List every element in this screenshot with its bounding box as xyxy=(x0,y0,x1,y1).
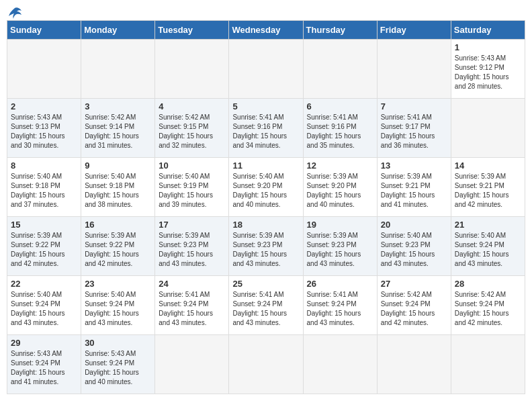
day-number: 15 xyxy=(11,220,77,230)
day-info: Sunrise: 5:43 AMSunset: 9:13 PMDaylight:… xyxy=(11,113,77,150)
day-number: 11 xyxy=(232,161,299,171)
day-number: 22 xyxy=(11,279,77,289)
calendar-cell: 17Sunrise: 5:39 AMSunset: 9:23 PMDayligh… xyxy=(155,217,229,276)
day-info: Sunrise: 5:39 AMSunset: 9:23 PMDaylight:… xyxy=(307,231,373,269)
day-number: 13 xyxy=(381,161,447,171)
calendar-week-row: 8Sunrise: 5:40 AMSunset: 9:18 PMDaylight… xyxy=(7,158,525,217)
calendar-cell xyxy=(155,40,229,99)
calendar-cell: 8Sunrise: 5:40 AMSunset: 9:18 PMDaylight… xyxy=(7,158,81,217)
calendar-cell xyxy=(155,335,229,394)
day-info: Sunrise: 5:42 AMSunset: 9:14 PMDaylight:… xyxy=(85,113,151,150)
header-friday: Friday xyxy=(377,21,451,40)
calendar-cell: 6Sunrise: 5:41 AMSunset: 9:16 PMDaylight… xyxy=(303,99,377,158)
calendar-cell: 30Sunrise: 5:43 AMSunset: 9:24 PMDayligh… xyxy=(81,335,155,394)
day-info: Sunrise: 5:43 AMSunset: 9:24 PMDaylight:… xyxy=(85,349,151,387)
day-number: 19 xyxy=(307,220,373,230)
calendar-table: SundayMondayTuesdayWednesdayThursdayFrid… xyxy=(7,20,525,394)
day-number: 28 xyxy=(455,279,521,289)
day-number: 18 xyxy=(232,220,299,230)
calendar-cell xyxy=(81,40,155,99)
day-number: 17 xyxy=(159,220,225,230)
calendar-cell: 25Sunrise: 5:41 AMSunset: 9:24 PMDayligh… xyxy=(229,276,303,335)
calendar-cell: 7Sunrise: 5:41 AMSunset: 9:17 PMDaylight… xyxy=(377,99,451,158)
calendar-cell: 16Sunrise: 5:39 AMSunset: 9:22 PMDayligh… xyxy=(81,217,155,276)
day-number: 16 xyxy=(85,220,151,230)
day-info: Sunrise: 5:40 AMSunset: 9:24 PMDaylight:… xyxy=(85,290,151,328)
calendar-cell: 14Sunrise: 5:39 AMSunset: 9:21 PMDayligh… xyxy=(451,158,525,217)
calendar-week-row: 1Sunrise: 5:43 AMSunset: 9:12 PMDaylight… xyxy=(7,40,525,99)
calendar-cell xyxy=(7,40,81,99)
day-info: Sunrise: 5:40 AMSunset: 9:24 PMDaylight:… xyxy=(455,231,521,269)
calendar-cell xyxy=(377,335,451,394)
header-wednesday: Wednesday xyxy=(229,21,303,40)
day-number: 4 xyxy=(159,101,225,111)
day-info: Sunrise: 5:42 AMSunset: 9:24 PMDaylight:… xyxy=(455,290,521,328)
day-number: 3 xyxy=(85,101,151,111)
day-info: Sunrise: 5:39 AMSunset: 9:20 PMDaylight:… xyxy=(307,172,373,210)
day-number: 5 xyxy=(232,101,299,111)
day-number: 20 xyxy=(381,220,447,230)
calendar-week-row: 29Sunrise: 5:43 AMSunset: 9:24 PMDayligh… xyxy=(7,335,525,394)
page-header xyxy=(7,7,525,16)
day-info: Sunrise: 5:40 AMSunset: 9:23 PMDaylight:… xyxy=(381,231,447,269)
header-saturday: Saturday xyxy=(451,21,525,40)
day-number: 21 xyxy=(455,220,521,230)
day-info: Sunrise: 5:39 AMSunset: 9:21 PMDaylight:… xyxy=(381,172,447,210)
day-info: Sunrise: 5:40 AMSunset: 9:19 PMDaylight:… xyxy=(159,172,225,210)
calendar-cell: 27Sunrise: 5:42 AMSunset: 9:24 PMDayligh… xyxy=(377,276,451,335)
calendar-cell: 11Sunrise: 5:40 AMSunset: 9:20 PMDayligh… xyxy=(229,158,303,217)
day-info: Sunrise: 5:41 AMSunset: 9:16 PMDaylight:… xyxy=(307,113,373,150)
calendar-cell: 4Sunrise: 5:42 AMSunset: 9:15 PMDaylight… xyxy=(155,99,229,158)
day-info: Sunrise: 5:43 AMSunset: 9:24 PMDaylight:… xyxy=(11,349,77,387)
calendar-cell: 20Sunrise: 5:40 AMSunset: 9:23 PMDayligh… xyxy=(377,217,451,276)
day-info: Sunrise: 5:39 AMSunset: 9:23 PMDaylight:… xyxy=(159,231,225,269)
day-info: Sunrise: 5:41 AMSunset: 9:24 PMDaylight:… xyxy=(159,290,225,328)
day-info: Sunrise: 5:39 AMSunset: 9:22 PMDaylight:… xyxy=(85,231,151,269)
day-info: Sunrise: 5:40 AMSunset: 9:18 PMDaylight:… xyxy=(85,172,151,210)
day-number: 6 xyxy=(307,101,373,111)
calendar-cell: 3Sunrise: 5:42 AMSunset: 9:14 PMDaylight… xyxy=(81,99,155,158)
day-number: 10 xyxy=(159,161,225,171)
day-info: Sunrise: 5:42 AMSunset: 9:24 PMDaylight:… xyxy=(381,290,447,328)
calendar-cell: 28Sunrise: 5:42 AMSunset: 9:24 PMDayligh… xyxy=(451,276,525,335)
day-info: Sunrise: 5:41 AMSunset: 9:17 PMDaylight:… xyxy=(381,113,447,150)
calendar-cell: 5Sunrise: 5:41 AMSunset: 9:16 PMDaylight… xyxy=(229,99,303,158)
day-info: Sunrise: 5:41 AMSunset: 9:24 PMDaylight:… xyxy=(232,290,299,328)
logo-bird-icon xyxy=(8,7,23,19)
header-thursday: Thursday xyxy=(303,21,377,40)
calendar-cell: 24Sunrise: 5:41 AMSunset: 9:24 PMDayligh… xyxy=(155,276,229,335)
calendar-cell: 26Sunrise: 5:41 AMSunset: 9:24 PMDayligh… xyxy=(303,276,377,335)
day-info: Sunrise: 5:40 AMSunset: 9:20 PMDaylight:… xyxy=(232,172,299,210)
day-number: 14 xyxy=(455,161,521,171)
calendar-cell: 29Sunrise: 5:43 AMSunset: 9:24 PMDayligh… xyxy=(7,335,81,394)
calendar-cell: 9Sunrise: 5:40 AMSunset: 9:18 PMDaylight… xyxy=(81,158,155,217)
day-number: 8 xyxy=(11,161,77,171)
day-number: 26 xyxy=(307,279,373,289)
day-info: Sunrise: 5:41 AMSunset: 9:16 PMDaylight:… xyxy=(232,113,299,150)
day-info: Sunrise: 5:40 AMSunset: 9:24 PMDaylight:… xyxy=(11,290,77,328)
header-tuesday: Tuesday xyxy=(155,21,229,40)
calendar-cell: 1Sunrise: 5:43 AMSunset: 9:12 PMDaylight… xyxy=(451,40,525,99)
day-number: 2 xyxy=(11,101,77,111)
day-info: Sunrise: 5:39 AMSunset: 9:21 PMDaylight:… xyxy=(455,172,521,210)
calendar-cell xyxy=(229,335,303,394)
calendar-cell-empty xyxy=(451,99,525,158)
day-number: 30 xyxy=(85,338,151,348)
calendar-cell: 2Sunrise: 5:43 AMSunset: 9:13 PMDaylight… xyxy=(7,99,81,158)
day-info: Sunrise: 5:42 AMSunset: 9:15 PMDaylight:… xyxy=(159,113,225,150)
header-sunday: Sunday xyxy=(7,21,81,40)
calendar-cell xyxy=(303,335,377,394)
calendar-cell: 15Sunrise: 5:39 AMSunset: 9:22 PMDayligh… xyxy=(7,217,81,276)
calendar-week-row: 15Sunrise: 5:39 AMSunset: 9:22 PMDayligh… xyxy=(7,217,525,276)
header-monday: Monday xyxy=(81,21,155,40)
day-number: 25 xyxy=(232,279,299,289)
calendar-week-row: 2Sunrise: 5:43 AMSunset: 9:13 PMDaylight… xyxy=(7,99,525,158)
day-number: 12 xyxy=(307,161,373,171)
day-number: 24 xyxy=(159,279,225,289)
calendar-cell: 10Sunrise: 5:40 AMSunset: 9:19 PMDayligh… xyxy=(155,158,229,217)
calendar-cell: 23Sunrise: 5:40 AMSunset: 9:24 PMDayligh… xyxy=(81,276,155,335)
day-number: 23 xyxy=(85,279,151,289)
day-number: 1 xyxy=(455,42,521,52)
day-number: 7 xyxy=(381,101,447,111)
day-info: Sunrise: 5:40 AMSunset: 9:18 PMDaylight:… xyxy=(11,172,77,210)
